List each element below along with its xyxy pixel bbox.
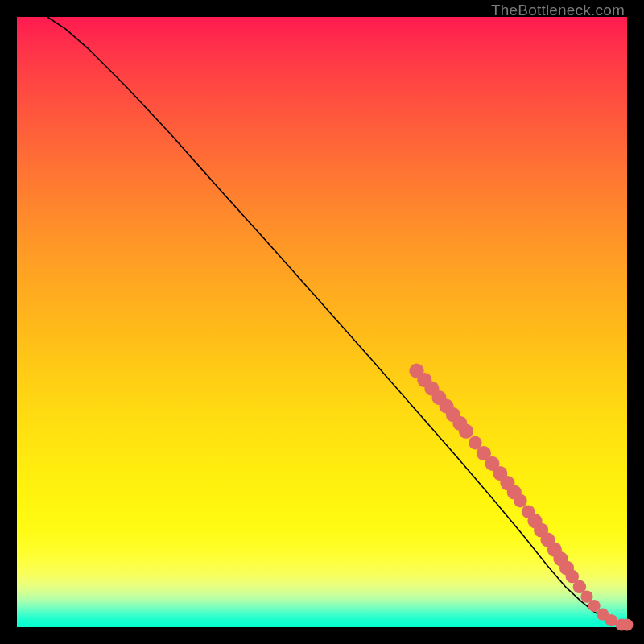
bead-point: [459, 424, 473, 439]
bead-point: [621, 618, 633, 630]
highlighted-beads: [409, 364, 633, 631]
watermark-text: TheBottleneck.com: [491, 2, 625, 19]
chart-frame: TheBottleneck.com: [0, 0, 644, 644]
bead-point: [514, 494, 527, 508]
chart-overlay: [17, 17, 627, 627]
